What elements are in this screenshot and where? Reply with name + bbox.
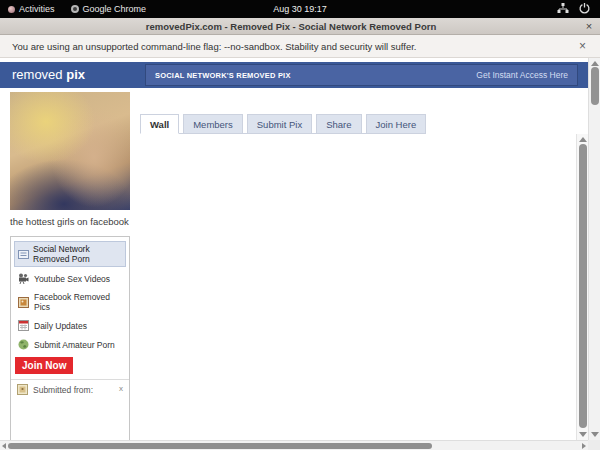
sidebar-item-label: Submit Amateur Porn <box>34 340 115 350</box>
submitted-from-label: Submitted from: <box>33 385 93 395</box>
app-menu-label: Google Chrome <box>83 4 147 14</box>
scroll-down-icon[interactable] <box>591 432 599 437</box>
calendar-icon <box>18 320 29 331</box>
window-title: removedPix.com - Removed Pix - Social Ne… <box>0 21 582 32</box>
page-scrollbar-thumb[interactable] <box>591 67 599 105</box>
system-tray <box>557 3 600 16</box>
scroll-left-icon[interactable] <box>2 443 6 449</box>
sidebar-item-label: Social Network Removed Porn <box>33 244 122 264</box>
sidebar-item-label: Facebook Removed Pics <box>34 292 123 312</box>
tab-wall[interactable]: Wall <box>140 114 179 134</box>
sidebar-item-submit-amateur[interactable]: Submit Amateur Porn <box>11 335 129 354</box>
header-banner: SOCIAL NETWORK'S REMOVED PIX Get Instant… <box>145 64 578 86</box>
photo-icon <box>18 297 29 308</box>
infobar-close-icon[interactable]: × <box>577 39 588 53</box>
sidebar-menu: Social Network Removed Porn Youtu <box>10 236 130 440</box>
window-close-icon[interactable]: × <box>582 20 596 32</box>
site-logo-second: pix <box>66 67 85 82</box>
gnome-top-bar: Activities Google Chrome Aug 30 19:17 <box>0 0 600 18</box>
screen: Activities Google Chrome Aug 30 19:17 <box>0 0 600 450</box>
photo-caption: the hottest girls on facebook <box>10 216 130 227</box>
content-scrollbar[interactable] <box>576 134 588 440</box>
site-logo-first: removed <box>12 67 63 82</box>
tab-join-here[interactable]: Join Here <box>366 114 427 133</box>
activities-label: Activities <box>19 4 55 14</box>
sidebar-item-label: Youtube Sex Videos <box>34 274 110 284</box>
activities-button[interactable]: Activities <box>0 0 63 18</box>
sidebar: the hottest girls on facebook Social Net… <box>10 92 130 440</box>
web-page: removed pix SOCIAL NETWORK'S REMOVED PIX… <box>0 58 600 440</box>
picture-frame-icon <box>17 384 28 395</box>
app-menu-button[interactable]: Google Chrome <box>63 0 155 18</box>
sidebar-item-label: Daily Updates <box>34 321 87 331</box>
sidebar-item-facebook-pics[interactable]: Facebook Removed Pics <box>11 288 129 316</box>
tab-submit-pix[interactable]: Submit Pix <box>247 114 312 133</box>
horizontal-scrollbar[interactable] <box>0 440 588 450</box>
scroll-right-icon[interactable] <box>582 443 586 449</box>
wall-tab-bar: Wall Members Submit Pix Share Join Here <box>140 114 426 134</box>
content-scrollbar-thumb[interactable] <box>579 144 587 428</box>
horizontal-scrollbar-thumb[interactable] <box>8 443 432 449</box>
submitted-from-section: Submitted from: x <box>11 380 129 399</box>
join-now-button[interactable]: Join Now <box>15 357 73 374</box>
sidebar-item-daily-updates[interactable]: Daily Updates <box>11 316 129 335</box>
banner-title: SOCIAL NETWORK'S REMOVED PIX <box>155 71 476 80</box>
sidebar-item-social-network[interactable]: Social Network Removed Porn <box>14 241 126 267</box>
scroll-down-icon[interactable] <box>579 432 587 437</box>
scrollbar-corner <box>588 440 600 450</box>
warning-message: You are using an unsupported command-lin… <box>12 41 577 52</box>
note-icon <box>18 249 29 260</box>
scroll-up-icon[interactable] <box>591 61 599 66</box>
sandbox-warning-bar: You are using an unsupported command-lin… <box>0 35 600 58</box>
submitted-close-icon[interactable]: x <box>119 384 123 393</box>
instant-access-link[interactable]: Get Instant Access Here <box>476 70 568 80</box>
globe-icon <box>18 339 29 350</box>
tab-members[interactable]: Members <box>183 114 243 133</box>
site-header: removed pix SOCIAL NETWORK'S REMOVED PIX… <box>0 62 588 88</box>
chrome-icon <box>71 5 79 13</box>
scroll-up-icon[interactable] <box>579 137 587 142</box>
video-camera-icon <box>18 273 29 284</box>
power-icon[interactable] <box>579 3 590 16</box>
sidebar-item-youtube[interactable]: Youtube Sex Videos <box>11 269 129 288</box>
network-icon[interactable] <box>557 3 569 16</box>
site-logo[interactable]: removed pix <box>12 62 85 88</box>
activities-icon <box>8 6 15 13</box>
browser-title-bar[interactable]: removedPix.com - Removed Pix - Social Ne… <box>0 18 600 35</box>
tab-share[interactable]: Share <box>316 114 361 133</box>
photo-thumbnail[interactable] <box>10 92 130 210</box>
page-scrollbar[interactable] <box>588 58 600 440</box>
